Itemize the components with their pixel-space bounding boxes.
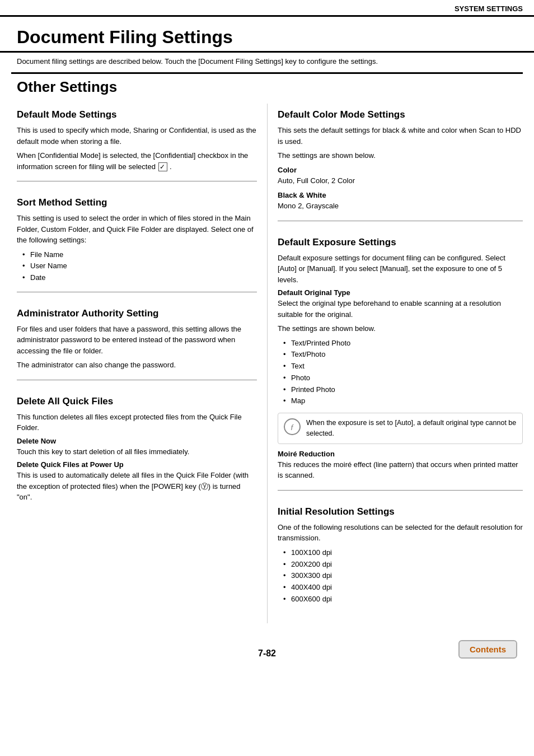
delete-quick-files-title: Delete All Quick Files — [17, 390, 257, 407]
list-item: 400X400 dpi — [283, 582, 523, 594]
right-column: Default Color Mode Settings This sets th… — [267, 104, 523, 623]
moire-heading: Moiré Reduction — [278, 450, 523, 458]
color-values: Auto, Full Color, 2 Color — [278, 176, 355, 185]
list-item: File Name — [22, 249, 257, 261]
list-item: 100X100 dpi — [283, 547, 523, 559]
list-item: Text/Printed Photo — [283, 338, 523, 349]
note-text: When the exposure is set to [Auto], a de… — [306, 418, 517, 439]
admin-authority-para2: The administrator can also change the pa… — [17, 360, 257, 371]
default-mode-title: Default Mode Settings — [17, 104, 257, 120]
note-icon: ƒ — [284, 418, 301, 435]
list-item: Text — [283, 361, 523, 372]
sort-method-section: Sort Method Setting This setting is used… — [17, 192, 257, 292]
bw-label-row: Black & White Mono 2, Grayscale — [278, 190, 523, 212]
system-settings-header: SYSTEM SETTINGS — [0, 0, 534, 17]
default-original-type-heading: Default Original Type — [278, 288, 523, 297]
delete-now-text: Touch this key to start deletion of all … — [17, 446, 257, 458]
list-item: 600X600 dpi — [283, 594, 523, 605]
initial-resolution-section: Initial Resolution Settings One of the f… — [278, 501, 523, 613]
delete-power-up-text: This is used to automatically delete all… — [17, 470, 257, 503]
selected-checkbox — [158, 162, 167, 171]
color-label: Color — [278, 166, 297, 174]
intro-text: Document filing settings are described b… — [0, 53, 534, 72]
contents-button[interactable]: Contents — [458, 640, 517, 659]
page-number: 7-82 — [184, 648, 350, 659]
list-item: Photo — [283, 372, 523, 384]
default-exposure-section: Default Exposure Settings Default exposu… — [278, 231, 523, 491]
default-color-mode-section: Default Color Mode Settings This sets th… — [278, 104, 523, 221]
default-mode-para2: When [Confidential Mode] is selected, th… — [17, 150, 257, 172]
list-item: 300X300 dpi — [283, 570, 523, 582]
default-exposure-title: Default Exposure Settings — [278, 231, 523, 248]
settings-shown-below: The settings are shown below. — [278, 323, 523, 334]
delete-quick-files-section: Delete All Quick Files This function del… — [17, 390, 257, 512]
list-item: 200X200 dpi — [283, 559, 523, 571]
sort-method-list: File Name User Name Date — [17, 249, 257, 284]
initial-resolution-para1: One of the following resolutions can be … — [278, 522, 523, 544]
delete-power-up-heading: Delete Quick Files at Power Up — [17, 460, 257, 469]
list-item: Text/Photo — [283, 349, 523, 361]
left-column: Default Mode Settings This is used to sp… — [11, 104, 267, 623]
default-mode-section: Default Mode Settings This is used to sp… — [17, 104, 257, 181]
sort-method-para1: This setting is used to select the order… — [17, 213, 257, 246]
default-color-mode-para2: The settings are shown below. — [278, 150, 523, 161]
original-type-list: Text/Printed Photo Text/Photo Text Photo… — [278, 338, 523, 408]
list-item: Date — [22, 272, 257, 284]
moire-text: This reduces the moiré effect (line patt… — [278, 459, 523, 481]
admin-authority-section: Administrator Authority Setting For file… — [17, 302, 257, 380]
list-item: Map — [283, 395, 523, 407]
default-original-type-para: Select the original type beforehand to e… — [278, 298, 523, 320]
main-title: Document Filing Settings — [0, 17, 534, 53]
sort-method-title: Sort Method Setting — [17, 192, 257, 208]
admin-authority-para1: For files and user folders that have a p… — [17, 324, 257, 357]
content-area: Default Mode Settings This is used to sp… — [0, 104, 534, 623]
delete-quick-files-para1: This function deletes all files except p… — [17, 412, 257, 433]
resolution-list: 100X100 dpi 200X200 dpi 300X300 dpi 400X… — [278, 547, 523, 605]
default-color-mode-para1: This sets the default settings for black… — [278, 125, 523, 147]
bw-label: Black & White — [278, 191, 326, 199]
admin-authority-title: Administrator Authority Setting — [17, 302, 257, 319]
default-mode-para1: This is used to specify which mode, Shar… — [17, 125, 257, 147]
delete-now-heading: Delete Now — [17, 437, 257, 445]
default-exposure-para1: Default exposure settings for document f… — [278, 253, 523, 286]
note-box: ƒ When the exposure is set to [Auto], a … — [278, 413, 523, 444]
initial-resolution-title: Initial Resolution Settings — [278, 501, 523, 517]
bw-values: Mono 2, Grayscale — [278, 202, 339, 210]
footer: 7-82 Contents — [0, 629, 534, 664]
list-item: User Name — [22, 260, 257, 272]
color-label-row: Color Auto, Full Color, 2 Color — [278, 165, 523, 186]
default-color-mode-title: Default Color Mode Settings — [278, 104, 523, 120]
other-settings-title: Other Settings — [0, 74, 534, 104]
list-item: Printed Photo — [283, 384, 523, 396]
